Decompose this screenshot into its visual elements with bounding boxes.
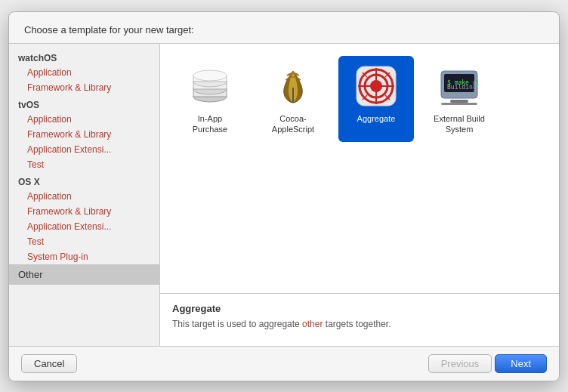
sidebar-item-osx-test[interactable]: Test bbox=[9, 234, 159, 249]
description-text-before: This target is used to aggregate bbox=[172, 319, 302, 329]
sidebar-item-watchos-application[interactable]: Application bbox=[9, 65, 159, 80]
cocoa-applescript-icon bbox=[270, 63, 316, 109]
description-text: This target is used to aggregate other t… bbox=[172, 317, 547, 331]
description-panel: Aggregate This target is used to aggrega… bbox=[160, 293, 559, 346]
description-title: Aggregate bbox=[172, 303, 547, 314]
in-app-purchase-icon bbox=[187, 63, 233, 109]
template-label-cocoa: Cocoa-AppleScript bbox=[272, 113, 314, 135]
svg-text:Building...: Building... bbox=[447, 84, 480, 91]
svg-rect-19 bbox=[441, 103, 477, 105]
svg-point-6 bbox=[193, 70, 227, 81]
description-text-after: targets together. bbox=[323, 319, 390, 329]
cancel-button[interactable]: Cancel bbox=[21, 354, 77, 373]
nav-buttons: Previous Next bbox=[428, 354, 547, 373]
sidebar: watchOS Application Framework & Library … bbox=[9, 44, 160, 346]
external-build-icon: $ make all Building... bbox=[437, 63, 482, 109]
sidebar-item-other[interactable]: Other bbox=[9, 264, 159, 285]
sidebar-item-osx-plugin[interactable]: System Plug-in bbox=[9, 249, 159, 264]
next-button[interactable]: Next bbox=[495, 354, 547, 373]
main-content: In-AppPurchase Cocoa-App bbox=[160, 44, 559, 346]
sidebar-item-osx-extension[interactable]: Application Extensi... bbox=[9, 219, 159, 234]
template-aggregate[interactable]: Aggregate bbox=[338, 56, 414, 143]
sidebar-section-watchos: watchOS bbox=[9, 48, 159, 65]
description-text-highlight: other bbox=[302, 319, 323, 329]
template-in-app-purchase[interactable]: In-AppPurchase bbox=[172, 56, 248, 143]
svg-rect-18 bbox=[450, 100, 468, 103]
dialog-footer: Cancel Previous Next bbox=[9, 346, 559, 381]
sidebar-section-osx: OS X bbox=[9, 172, 159, 189]
previous-button[interactable]: Previous bbox=[428, 354, 492, 373]
sidebar-item-tvos-framework[interactable]: Framework & Library bbox=[9, 127, 159, 142]
sidebar-item-tvos-application[interactable]: Application bbox=[9, 112, 159, 127]
sidebar-item-osx-framework[interactable]: Framework & Library bbox=[9, 204, 159, 219]
template-cocoa-applescript[interactable]: Cocoa-AppleScript bbox=[255, 56, 331, 143]
template-label-in-app: In-AppPurchase bbox=[193, 113, 227, 135]
templates-grid: In-AppPurchase Cocoa-App bbox=[160, 44, 559, 293]
dialog-body: watchOS Application Framework & Library … bbox=[9, 43, 559, 346]
aggregate-icon bbox=[353, 63, 399, 109]
sidebar-item-watchos-framework[interactable]: Framework & Library bbox=[9, 80, 159, 95]
sidebar-item-tvos-test[interactable]: Test bbox=[9, 157, 159, 172]
template-label-external: External BuildSystem bbox=[434, 113, 485, 135]
sidebar-item-tvos-extension[interactable]: Application Extensi... bbox=[9, 142, 159, 157]
dialog-header: Choose a template for your new target: bbox=[9, 12, 559, 43]
new-target-dialog: Choose a template for your new target: w… bbox=[8, 11, 560, 381]
template-external-build[interactable]: $ make all Building... External BuildSys… bbox=[421, 56, 497, 143]
sidebar-section-tvos: tvOS bbox=[9, 95, 159, 112]
template-label-aggregate: Aggregate bbox=[357, 113, 396, 124]
sidebar-item-osx-application[interactable]: Application bbox=[9, 189, 159, 204]
